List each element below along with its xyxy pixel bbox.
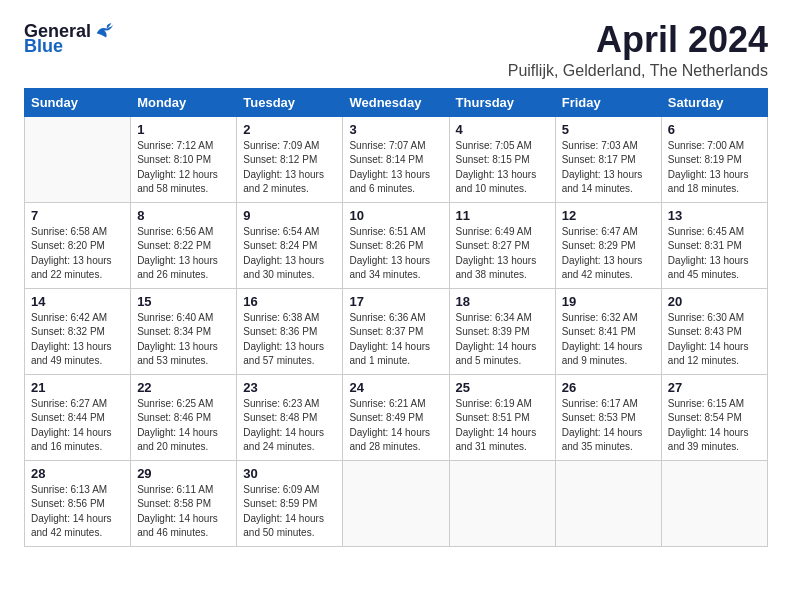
day-header-friday: Friday [555,88,661,116]
calendar-cell: 28Sunrise: 6:13 AMSunset: 8:56 PMDayligh… [25,460,131,546]
calendar-cell [555,460,661,546]
calendar-cell: 24Sunrise: 6:21 AMSunset: 8:49 PMDayligh… [343,374,449,460]
day-info: Sunrise: 6:09 AMSunset: 8:59 PMDaylight:… [243,483,336,541]
day-number: 20 [668,294,761,309]
day-number: 22 [137,380,230,395]
day-number: 9 [243,208,336,223]
day-number: 30 [243,466,336,481]
calendar-cell: 9Sunrise: 6:54 AMSunset: 8:24 PMDaylight… [237,202,343,288]
day-number: 13 [668,208,761,223]
day-number: 29 [137,466,230,481]
day-info: Sunrise: 6:25 AMSunset: 8:46 PMDaylight:… [137,397,230,455]
day-info: Sunrise: 6:23 AMSunset: 8:48 PMDaylight:… [243,397,336,455]
calendar-cell [343,460,449,546]
month-title: April 2024 [508,20,768,60]
calendar-cell: 16Sunrise: 6:38 AMSunset: 8:36 PMDayligh… [237,288,343,374]
day-info: Sunrise: 7:03 AMSunset: 8:17 PMDaylight:… [562,139,655,197]
day-info: Sunrise: 6:21 AMSunset: 8:49 PMDaylight:… [349,397,442,455]
day-number: 5 [562,122,655,137]
calendar-cell: 18Sunrise: 6:34 AMSunset: 8:39 PMDayligh… [449,288,555,374]
calendar-cell: 6Sunrise: 7:00 AMSunset: 8:19 PMDaylight… [661,116,767,202]
day-number: 4 [456,122,549,137]
day-number: 21 [31,380,124,395]
day-number: 11 [456,208,549,223]
day-number: 27 [668,380,761,395]
day-number: 17 [349,294,442,309]
day-info: Sunrise: 6:49 AMSunset: 8:27 PMDaylight:… [456,225,549,283]
day-number: 6 [668,122,761,137]
logo-blue-text: Blue [24,36,63,57]
day-number: 16 [243,294,336,309]
day-info: Sunrise: 6:54 AMSunset: 8:24 PMDaylight:… [243,225,336,283]
day-header-tuesday: Tuesday [237,88,343,116]
day-info: Sunrise: 7:05 AMSunset: 8:15 PMDaylight:… [456,139,549,197]
calendar-cell: 8Sunrise: 6:56 AMSunset: 8:22 PMDaylight… [131,202,237,288]
day-info: Sunrise: 6:40 AMSunset: 8:34 PMDaylight:… [137,311,230,369]
calendar-week-row: 21Sunrise: 6:27 AMSunset: 8:44 PMDayligh… [25,374,768,460]
day-number: 2 [243,122,336,137]
day-info: Sunrise: 6:13 AMSunset: 8:56 PMDaylight:… [31,483,124,541]
calendar-cell: 4Sunrise: 7:05 AMSunset: 8:15 PMDaylight… [449,116,555,202]
day-number: 25 [456,380,549,395]
day-number: 3 [349,122,442,137]
day-info: Sunrise: 6:19 AMSunset: 8:51 PMDaylight:… [456,397,549,455]
calendar-cell: 30Sunrise: 6:09 AMSunset: 8:59 PMDayligh… [237,460,343,546]
day-info: Sunrise: 6:47 AMSunset: 8:29 PMDaylight:… [562,225,655,283]
day-number: 28 [31,466,124,481]
calendar-week-row: 14Sunrise: 6:42 AMSunset: 8:32 PMDayligh… [25,288,768,374]
logo-bird-icon [93,20,115,42]
calendar-week-row: 7Sunrise: 6:58 AMSunset: 8:20 PMDaylight… [25,202,768,288]
calendar-cell: 7Sunrise: 6:58 AMSunset: 8:20 PMDaylight… [25,202,131,288]
day-header-wednesday: Wednesday [343,88,449,116]
calendar-cell [661,460,767,546]
calendar-cell: 11Sunrise: 6:49 AMSunset: 8:27 PMDayligh… [449,202,555,288]
calendar-header-row: SundayMondayTuesdayWednesdayThursdayFrid… [25,88,768,116]
day-info: Sunrise: 6:38 AMSunset: 8:36 PMDaylight:… [243,311,336,369]
day-number: 1 [137,122,230,137]
calendar-cell: 26Sunrise: 6:17 AMSunset: 8:53 PMDayligh… [555,374,661,460]
calendar-cell: 5Sunrise: 7:03 AMSunset: 8:17 PMDaylight… [555,116,661,202]
day-info: Sunrise: 6:51 AMSunset: 8:26 PMDaylight:… [349,225,442,283]
day-info: Sunrise: 6:36 AMSunset: 8:37 PMDaylight:… [349,311,442,369]
day-info: Sunrise: 6:15 AMSunset: 8:54 PMDaylight:… [668,397,761,455]
day-number: 10 [349,208,442,223]
header: General Blue April 2024 Puiflijk, Gelder… [24,20,768,80]
calendar-table: SundayMondayTuesdayWednesdayThursdayFrid… [24,88,768,547]
location-title: Puiflijk, Gelderland, The Netherlands [508,62,768,80]
calendar-cell: 23Sunrise: 6:23 AMSunset: 8:48 PMDayligh… [237,374,343,460]
calendar-cell: 13Sunrise: 6:45 AMSunset: 8:31 PMDayligh… [661,202,767,288]
day-info: Sunrise: 6:27 AMSunset: 8:44 PMDaylight:… [31,397,124,455]
logo: General Blue [24,20,115,57]
calendar-cell [449,460,555,546]
calendar-cell: 27Sunrise: 6:15 AMSunset: 8:54 PMDayligh… [661,374,767,460]
calendar-cell: 14Sunrise: 6:42 AMSunset: 8:32 PMDayligh… [25,288,131,374]
day-info: Sunrise: 6:34 AMSunset: 8:39 PMDaylight:… [456,311,549,369]
calendar-cell: 25Sunrise: 6:19 AMSunset: 8:51 PMDayligh… [449,374,555,460]
day-info: Sunrise: 7:09 AMSunset: 8:12 PMDaylight:… [243,139,336,197]
day-info: Sunrise: 6:32 AMSunset: 8:41 PMDaylight:… [562,311,655,369]
calendar-week-row: 1Sunrise: 7:12 AMSunset: 8:10 PMDaylight… [25,116,768,202]
day-number: 23 [243,380,336,395]
day-number: 18 [456,294,549,309]
calendar-cell: 17Sunrise: 6:36 AMSunset: 8:37 PMDayligh… [343,288,449,374]
calendar-cell [25,116,131,202]
day-number: 12 [562,208,655,223]
calendar-cell: 21Sunrise: 6:27 AMSunset: 8:44 PMDayligh… [25,374,131,460]
day-number: 14 [31,294,124,309]
day-info: Sunrise: 6:11 AMSunset: 8:58 PMDaylight:… [137,483,230,541]
day-info: Sunrise: 6:58 AMSunset: 8:20 PMDaylight:… [31,225,124,283]
day-header-saturday: Saturday [661,88,767,116]
day-number: 7 [31,208,124,223]
calendar-cell: 2Sunrise: 7:09 AMSunset: 8:12 PMDaylight… [237,116,343,202]
day-info: Sunrise: 6:56 AMSunset: 8:22 PMDaylight:… [137,225,230,283]
calendar-week-row: 28Sunrise: 6:13 AMSunset: 8:56 PMDayligh… [25,460,768,546]
calendar-cell: 19Sunrise: 6:32 AMSunset: 8:41 PMDayligh… [555,288,661,374]
day-header-thursday: Thursday [449,88,555,116]
title-area: April 2024 Puiflijk, Gelderland, The Net… [508,20,768,80]
day-number: 8 [137,208,230,223]
day-info: Sunrise: 6:17 AMSunset: 8:53 PMDaylight:… [562,397,655,455]
calendar-cell: 15Sunrise: 6:40 AMSunset: 8:34 PMDayligh… [131,288,237,374]
day-header-monday: Monday [131,88,237,116]
day-number: 26 [562,380,655,395]
day-info: Sunrise: 7:12 AMSunset: 8:10 PMDaylight:… [137,139,230,197]
